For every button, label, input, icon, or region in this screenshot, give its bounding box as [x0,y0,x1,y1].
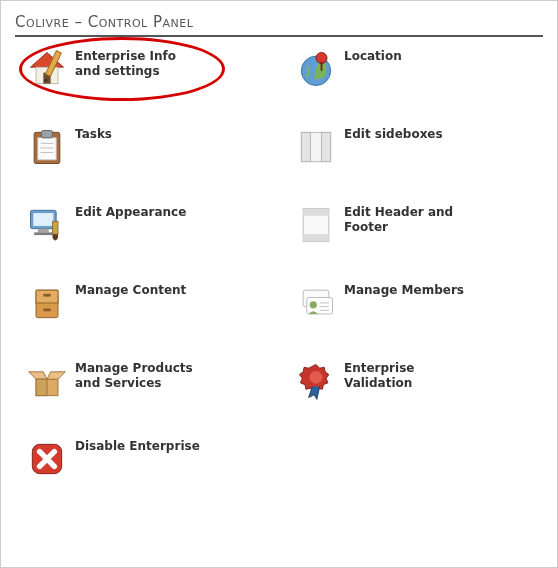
svg-point-39 [310,371,323,384]
item-location[interactable]: Location [294,47,543,91]
item-tasks[interactable]: Tasks [25,125,274,169]
svg-rect-19 [38,229,49,233]
close-x-icon [25,437,69,481]
svg-marker-37 [47,372,65,379]
item-enterprise-info[interactable]: Enterprise Info and settings [25,47,274,91]
item-label: Manage Products and Services [75,359,205,391]
control-panel: Colivre – Control Panel Enterprise Info … [0,0,558,568]
seal-ribbon-icon [294,359,338,403]
item-disable-enterprise[interactable]: Disable Enterprise [25,437,274,481]
clipboard-icon [25,125,69,169]
open-box-icon [25,359,69,403]
drawer-icon [25,281,69,325]
svg-rect-10 [42,131,53,138]
item-appearance[interactable]: Edit Appearance [25,203,274,247]
item-label: Enterprise Info and settings [75,47,205,79]
monitor-brush-icon [25,203,69,247]
svg-rect-16 [322,132,331,161]
item-label: Location [344,47,402,64]
item-label: Edit sideboxes [344,125,443,142]
item-label: Edit Appearance [75,203,186,220]
item-label: Edit Header and Footer [344,203,474,235]
svg-marker-36 [29,372,47,379]
item-label: Enterprise Validation [344,359,474,391]
svg-rect-9 [38,138,56,160]
svg-rect-18 [33,213,53,226]
item-label: Manage Content [75,281,186,298]
svg-rect-21 [53,221,59,234]
item-manage-products[interactable]: Manage Products and Services [25,359,274,403]
svg-rect-24 [303,234,329,241]
id-cards-icon [294,281,338,325]
item-label: Manage Members [344,281,464,298]
svg-rect-7 [321,62,323,71]
home-edit-icon [25,47,69,91]
page-bands-icon [294,203,338,247]
item-sideboxes[interactable]: Edit sideboxes [294,125,543,169]
item-label: Tasks [75,125,112,142]
item-enterprise-validation[interactable]: Enterprise Validation [294,359,543,403]
svg-rect-27 [43,294,50,297]
svg-rect-28 [43,309,50,312]
columns-icon [294,125,338,169]
control-panel-grid: Enterprise Info and settings Location [15,37,543,481]
item-header-footer[interactable]: Edit Header and Footer [294,203,543,247]
page-title: Colivre – Control Panel [15,11,543,37]
svg-rect-23 [303,209,329,216]
item-manage-content[interactable]: Manage Content [25,281,274,325]
svg-rect-15 [301,132,310,161]
globe-pin-icon [294,47,338,91]
item-manage-members[interactable]: Manage Members [294,281,543,325]
svg-marker-38 [36,379,47,396]
svg-point-31 [310,301,317,308]
item-label: Disable Enterprise [75,437,200,454]
svg-rect-20 [34,232,52,235]
